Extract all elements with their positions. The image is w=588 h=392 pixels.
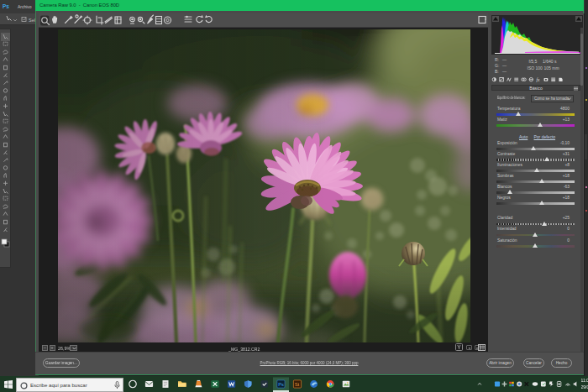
svg-text:St: St (295, 382, 300, 387)
svg-text:Ps: Ps (278, 382, 284, 387)
svg-text:fx: fx (537, 77, 540, 82)
svg-text:Sel: Sel (29, 18, 35, 23)
